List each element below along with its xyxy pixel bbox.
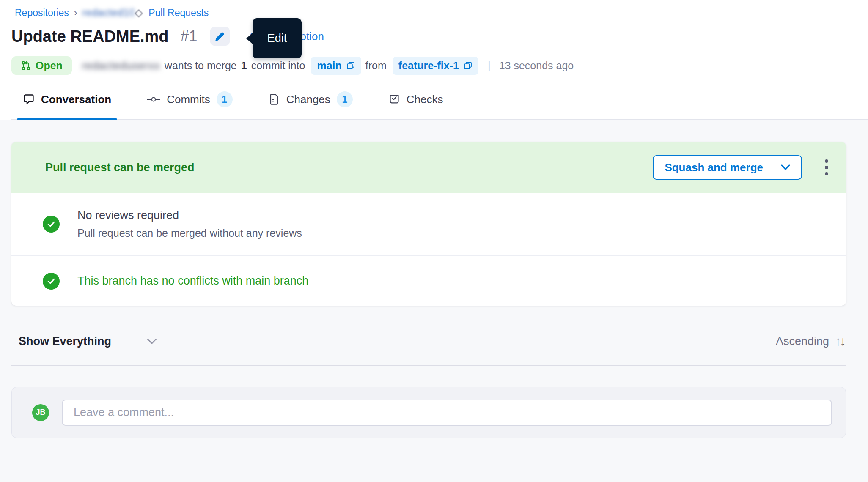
pencil-icon: [214, 31, 225, 42]
pr-created-time: 13 seconds ago: [499, 60, 574, 72]
tab-label: Checks: [407, 93, 443, 106]
tooltip-arrow: [246, 33, 253, 44]
file-icon: [268, 93, 280, 105]
base-branch-chip[interactable]: main: [311, 57, 361, 75]
conflict-status-text: This branch has no conflicts with main b…: [77, 274, 308, 288]
meta-commit-count: 1: [241, 60, 247, 72]
review-status-row: No reviews required Pull request can be …: [11, 193, 846, 256]
tab-label: Conversation: [41, 93, 111, 106]
meta-divider: |: [488, 59, 491, 72]
head-branch-chip[interactable]: feature-fix-1: [393, 57, 478, 75]
review-status-subtitle: Pull request can be merged without any r…: [77, 227, 302, 239]
show-filter-label: Show Everything: [19, 335, 111, 348]
pr-state-label: Open: [36, 60, 63, 72]
breadcrumb-repo-name-redacted[interactable]: redacted10: [82, 7, 134, 19]
head-branch-name[interactable]: feature-fix-1: [398, 60, 459, 72]
squash-and-merge-button[interactable]: Squash and merge: [653, 155, 802, 180]
edit-tooltip: Edit: [253, 18, 302, 58]
tab-conversation[interactable]: Conversation: [17, 85, 117, 119]
copy-icon[interactable]: [346, 61, 355, 70]
merge-button-label: Squash and merge: [665, 161, 763, 174]
breadcrumb-pull-requests-link[interactable]: Pull Requests: [148, 7, 209, 19]
pr-tab-bar: Conversation Commits 1: [11, 85, 868, 120]
pr-author-redacted: redacteduserxx: [82, 60, 160, 72]
breadcrumb-redaction-glyph: ◇: [135, 7, 143, 19]
review-status-title: No reviews required: [77, 209, 302, 222]
timeline-filter-bar: Show Everything Ascending ↑ ↓: [11, 328, 846, 366]
merge-status-card: Pull request can be merged Squash and me…: [11, 142, 846, 306]
checks-icon: [388, 93, 400, 105]
commits-count-badge: 1: [217, 91, 233, 107]
pr-conversation-panel: Pull request can be merged Squash and me…: [0, 120, 868, 482]
avatar: JB: [32, 404, 49, 421]
changes-count-badge: 1: [337, 91, 353, 107]
pull-request-page: Repositories › redacted10 ◇ Pull Request…: [0, 0, 868, 482]
pr-number: #1: [181, 27, 198, 45]
tab-label: Changes: [286, 93, 330, 106]
merge-actions: Squash and merge: [653, 155, 831, 180]
pr-title-row: Update README.md #1 Add description: [11, 25, 868, 48]
show-everything-dropdown[interactable]: Show Everything: [19, 335, 157, 348]
copy-icon[interactable]: [463, 61, 472, 70]
comment-box-card: JB: [11, 387, 846, 438]
sort-order-label: Ascending: [776, 335, 829, 348]
meta-text-from: from: [365, 60, 387, 72]
merge-banner-text: Pull request can be merged: [45, 161, 195, 174]
comment-input[interactable]: [62, 400, 832, 426]
pr-state-badge: Open: [11, 56, 72, 75]
conversation-icon: [23, 93, 35, 105]
check-circle-icon: [43, 273, 60, 290]
conflict-status-row: This branch has no conflicts with main b…: [11, 256, 846, 306]
base-branch-name[interactable]: main: [317, 60, 341, 72]
check-circle-icon: [43, 216, 60, 233]
edit-title-button[interactable]: [210, 27, 230, 46]
breadcrumb-repositories-link[interactable]: Repositories: [15, 7, 69, 19]
chevron-down-icon: [147, 338, 157, 345]
tooltip-label: Edit: [267, 32, 287, 45]
commit-icon: [147, 95, 160, 104]
breadcrumb: Repositories › redacted10 ◇ Pull Request…: [15, 7, 868, 19]
pull-request-icon: [21, 60, 31, 71]
tab-changes[interactable]: Changes 1: [262, 85, 359, 119]
tab-commits[interactable]: Commits 1: [141, 85, 239, 119]
pr-header: Repositories › redacted10 ◇ Pull Request…: [0, 0, 868, 120]
sort-order-toggle[interactable]: Ascending ↑ ↓: [776, 334, 846, 348]
merge-banner-header: Pull request can be merged Squash and me…: [11, 142, 846, 193]
chevron-down-icon[interactable]: [781, 164, 790, 170]
review-status-texts: No reviews required Pull request can be …: [77, 209, 302, 239]
kebab-menu-icon[interactable]: [822, 157, 831, 178]
pr-title: Update README.md: [11, 27, 169, 46]
meta-text-commit-into: commit into: [251, 60, 305, 72]
tab-label: Commits: [167, 93, 210, 106]
pr-meta-row: Open redacteduserxx wants to merge 1 com…: [11, 56, 868, 75]
tab-checks[interactable]: Checks: [382, 85, 449, 119]
split-button-divider: [772, 161, 772, 174]
meta-text-wants: wants to merge: [165, 60, 237, 72]
breadcrumb-separator: ›: [74, 7, 77, 19]
sort-arrows-icon: ↑ ↓: [835, 334, 846, 348]
